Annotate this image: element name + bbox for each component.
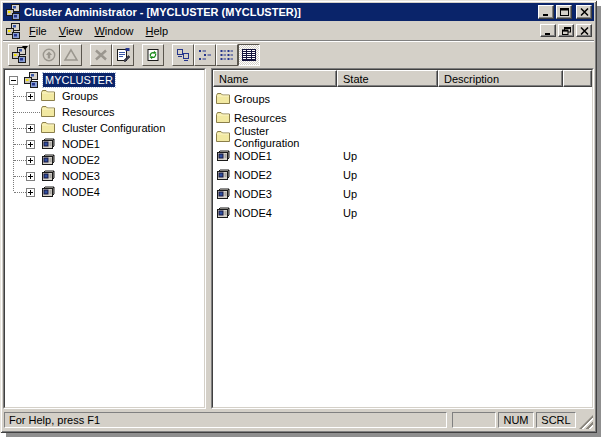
tree-connector: [14, 192, 26, 193]
tree-item-node4[interactable]: NODE4: [14, 184, 204, 200]
row-name: NODE3: [234, 188, 272, 200]
tree-item-mycluster[interactable]: MYCLUSTER: [9, 72, 204, 88]
mdi-restore-button[interactable]: [558, 24, 574, 37]
properties-sheet-icon: [115, 47, 131, 63]
resize-grip[interactable]: [579, 415, 593, 429]
menu-bar: File View Window Help: [3, 21, 594, 41]
status-bar: For Help, press F1 NUM SCRL: [3, 409, 594, 430]
maximize-button[interactable]: [556, 5, 572, 19]
mdi-minimize-button[interactable]: [540, 24, 556, 37]
view-details-button[interactable]: [238, 44, 260, 66]
tree-connector: [14, 144, 26, 145]
delete-button: [90, 44, 112, 66]
cluster-tree: MYCLUSTER Groups Resources: [5, 70, 204, 407]
tree-item-resources[interactable]: Resources: [14, 104, 204, 120]
maximize-icon: [560, 8, 569, 16]
main-area: MYCLUSTER Groups Resources: [3, 68, 594, 409]
menu-help[interactable]: Help: [140, 23, 175, 39]
tree-item-label: NODE1: [60, 137, 102, 151]
view-list-button[interactable]: [216, 44, 238, 66]
expand-plus-icon[interactable]: [26, 172, 35, 181]
folder-icon: [215, 91, 231, 107]
row-name: NODE1: [234, 150, 272, 162]
large-icons-view-icon: [175, 47, 191, 63]
tree-item-node1[interactable]: NODE1: [14, 136, 204, 152]
row-name: NODE4: [234, 207, 272, 219]
node-icon: [215, 148, 231, 164]
minimize-icon: [542, 8, 551, 16]
node-icon: [40, 184, 56, 200]
take-offline-button: [60, 44, 82, 66]
menu-file[interactable]: File: [23, 23, 53, 39]
list-rows: Groups Resources Cluster Configuration: [213, 87, 592, 222]
list-row-node2[interactable]: NODE2 Up: [213, 165, 592, 184]
node-icon: [215, 167, 231, 183]
status-message: For Help, press F1: [4, 412, 447, 428]
offline-triangle-icon: [63, 47, 79, 63]
collapse-minus-icon[interactable]: [9, 76, 18, 85]
folder-icon: [215, 129, 231, 145]
expand-plus-icon[interactable]: [26, 124, 35, 133]
list-row-groups[interactable]: Groups: [213, 89, 592, 108]
tree-connector: [14, 176, 26, 177]
refresh-icon: [145, 47, 161, 63]
mdi-system-menu-icon[interactable]: [5, 23, 21, 39]
refresh-button[interactable]: [142, 44, 164, 66]
expand-plus-icon[interactable]: [26, 188, 35, 197]
minimize-button[interactable]: [538, 5, 554, 19]
tree-pane: MYCLUSTER Groups Resources: [3, 68, 206, 409]
list-row-cluster-configuration[interactable]: Cluster Configuration: [213, 127, 592, 146]
tree-item-groups[interactable]: Groups: [14, 88, 204, 104]
column-header-description[interactable]: Description: [438, 70, 563, 87]
list-row-node3[interactable]: NODE3 Up: [213, 184, 592, 203]
list-view-icon: [219, 47, 235, 63]
mdi-restore-icon: [562, 27, 571, 35]
folder-icon: [40, 104, 56, 120]
folder-icon: [215, 110, 231, 126]
menu-view[interactable]: View: [53, 23, 89, 39]
tree-item-cluster-configuration[interactable]: Cluster Configuration: [14, 120, 204, 136]
row-name: Cluster Configuration: [234, 125, 337, 149]
tree-item-label: NODE3: [60, 169, 102, 183]
node-icon: [215, 205, 231, 221]
dropdown-arrow-icon: [22, 46, 28, 50]
list-row-node1[interactable]: NODE1 Up: [213, 146, 592, 165]
small-icons-view-icon: [197, 47, 213, 63]
view-large-icons-button[interactable]: [172, 44, 194, 66]
folder-icon: [40, 120, 56, 136]
column-header-name[interactable]: Name: [213, 70, 337, 87]
bring-online-button: [38, 44, 60, 66]
tree-item-label: Resources: [60, 105, 117, 119]
row-state: Up: [337, 169, 438, 181]
properties-button[interactable]: [112, 44, 134, 66]
close-icon: [580, 8, 589, 16]
close-button[interactable]: [576, 5, 592, 19]
tree-connector: [14, 96, 26, 97]
mdi-close-button[interactable]: [576, 24, 592, 37]
window-title: Cluster Administrator - [MYCLUSTER (MYCL…: [21, 6, 536, 18]
menu-window[interactable]: Window: [88, 23, 139, 39]
folder-icon: [40, 88, 56, 104]
tree-item-label: NODE4: [60, 185, 102, 199]
column-header-state[interactable]: State: [337, 70, 438, 87]
tree-item-node2[interactable]: NODE2: [14, 152, 204, 168]
row-name: NODE2: [234, 169, 272, 181]
column-header-filler: [563, 70, 592, 87]
node-icon: [215, 186, 231, 202]
row-state: Up: [337, 150, 438, 162]
status-indicator-num: NUM: [498, 412, 534, 428]
mdi-minimize-icon: [544, 27, 553, 35]
cluster-menu-button[interactable]: [8, 44, 30, 66]
list-row-node4[interactable]: NODE4 Up: [213, 203, 592, 222]
tree-item-node3[interactable]: NODE3: [14, 168, 204, 184]
tree-item-label: Cluster Configuration: [60, 121, 167, 135]
expand-plus-icon[interactable]: [26, 156, 35, 165]
expand-plus-icon[interactable]: [26, 92, 35, 101]
row-state: Up: [337, 207, 438, 219]
tree-connector: [14, 128, 26, 129]
list-header: Name State Description: [213, 70, 592, 87]
title-bar[interactable]: Cluster Administrator - [MYCLUSTER (MYCL…: [3, 3, 594, 21]
details-view-icon: [241, 47, 257, 63]
view-small-icons-button[interactable]: [194, 44, 216, 66]
expand-plus-icon[interactable]: [26, 140, 35, 149]
